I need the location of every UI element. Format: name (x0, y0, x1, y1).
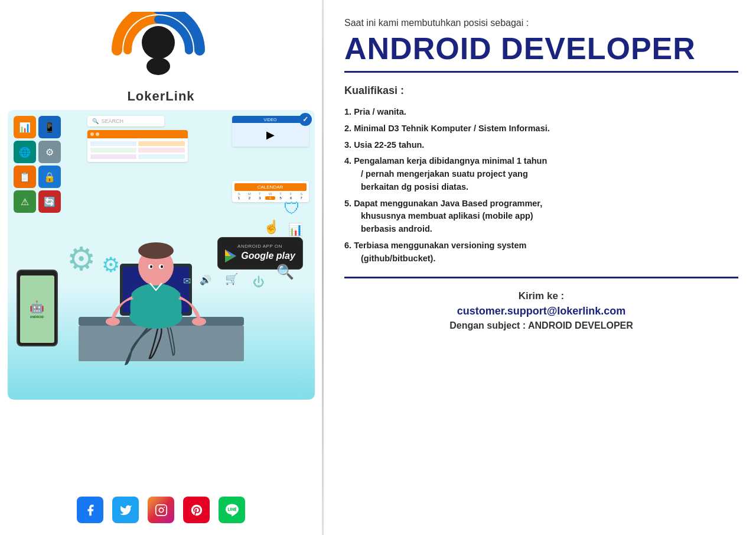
qual-num-3: 3. (344, 140, 354, 150)
qual-item-5: 5. Dapat menggunakan Java Based programm… (344, 197, 738, 236)
qual-item-6: 6. Terbiasa menggunakan versioning syste… (344, 239, 738, 265)
twitter-icon[interactable] (112, 497, 139, 523)
search-float-icon: 🔍 (276, 264, 294, 280)
phone-screen: 🤖 ANDROID (20, 275, 54, 343)
ui-cards-area: 🔍SEARCH (87, 116, 188, 162)
google-play-logo: Google play (224, 249, 295, 263)
cart-float-icon: 🛒 (225, 273, 238, 286)
qual-item-1: 1. Pria / wanita. (344, 106, 738, 119)
hand-icon: ☝ (263, 219, 279, 235)
svg-point-11 (192, 317, 206, 326)
bottom-divider-line (344, 277, 738, 278)
phone-label: ANDROID (30, 315, 44, 319)
illustration-area: 📊 📱 🌐 ⚙ 📋 🔒 ⚠ 🔄 🔍SEARCH (8, 110, 315, 400)
qual-4-cont2: berkaitan dg posisi diatas. (344, 182, 468, 192)
qual-item-4: 4. Pengalaman kerja dibidangnya minimal … (344, 155, 738, 193)
social-icons-row (77, 488, 245, 523)
svg-point-17 (150, 265, 152, 268)
qual-5-cont2: berbasis android. (344, 224, 432, 234)
speaker-float-icon: 🔊 (200, 274, 211, 286)
shield-icon: 🛡 (284, 199, 300, 218)
icon-box-2: 📱 (38, 116, 61, 138)
search-card: 🔍SEARCH (87, 116, 164, 127)
play-store-icon (224, 249, 237, 263)
svg-point-10 (106, 317, 120, 326)
person-svg: CODE (73, 181, 250, 370)
qual-num-6: 6. (344, 241, 354, 250)
facebook-icon[interactable] (77, 497, 103, 523)
qual-item-2: 2. Minimal D3 Tehnik Komputer / Sistem I… (344, 122, 738, 135)
chart-icon: 📊 (288, 222, 303, 236)
svg-point-18 (161, 265, 163, 268)
qual-4-cont1: / pernah mengerjakan suatu project yang (344, 169, 528, 179)
qualification-list: 1. Pria / wanita. 2. Minimal D3 Tehnik K… (344, 106, 738, 265)
qual-num-2: 2. (344, 124, 354, 133)
icons-grid: 📊 📱 🌐 ⚙ 📋 🔒 ⚠ 🔄 (14, 116, 61, 213)
qualification-title: Kualifikasi : (344, 85, 738, 97)
qual-num-4: 4. (344, 156, 354, 166)
qual-item-3: 3. Usia 22-25 tahun. (344, 139, 738, 152)
logo-text: LokerLink (127, 89, 194, 104)
icon-box-8: 🔄 (38, 190, 61, 213)
icon-box-5: 📋 (14, 166, 36, 188)
android-phone: 🤖 ANDROID (17, 270, 58, 346)
icon-box-1: 📊 (14, 116, 36, 138)
qual-num-5: 5. (344, 199, 354, 208)
check-badge: ✓ (299, 113, 312, 126)
qual-5-cont1: khususnya membuat aplikasi (mobile app) (344, 211, 533, 221)
qual-6-cont1: (github/bitbucket). (344, 254, 435, 263)
svg-point-0 (142, 26, 175, 59)
right-panel: Saat ini kami membutuhkan posisi sebagai… (324, 0, 756, 535)
android-icon: 🤖 (30, 300, 44, 314)
email-float-icon: ✉ (183, 275, 191, 287)
qual-num-1: 1. (344, 107, 354, 116)
subject-line: Dengan subject : ANDROID DEVELOPER (344, 320, 738, 331)
kirim-ke-label: Kirim ke : (344, 290, 738, 302)
icon-box-3: 🌐 (14, 141, 36, 163)
pinterest-icon[interactable] (183, 497, 210, 523)
icon-box-6: 🔒 (38, 166, 61, 188)
email-address: customer.support@lokerlink.com (344, 305, 738, 317)
contact-area: Kirim ke : customer.support@lokerlink.co… (344, 290, 738, 331)
icon-box-4: ⚙ (38, 141, 61, 163)
power-float-icon: ⏻ (253, 275, 265, 289)
top-divider-line (344, 71, 738, 73)
google-play-top-text: ANDROID APP ON (237, 244, 282, 249)
video-card: VIDEO ▶ (232, 116, 309, 147)
svg-point-14 (138, 242, 174, 259)
job-title: ANDROID DEVELOPER (344, 33, 738, 64)
logo-graphic (102, 12, 220, 89)
instagram-icon[interactable] (148, 497, 174, 523)
svg-point-1 (146, 57, 170, 75)
browser-card (87, 130, 188, 162)
google-play-text: Google play (241, 251, 295, 261)
svg-rect-25 (155, 504, 166, 515)
left-panel: LokerLink 📊 📱 🌐 ⚙ 📋 🔒 ⚠ 🔄 🔍SEARCH (0, 0, 322, 535)
subtitle: Saat ini kami membutuhkan posisi sebagai… (344, 18, 738, 28)
icon-box-7: ⚠ (14, 190, 36, 213)
logo-area: LokerLink (102, 12, 220, 104)
line-icon[interactable] (219, 497, 245, 523)
